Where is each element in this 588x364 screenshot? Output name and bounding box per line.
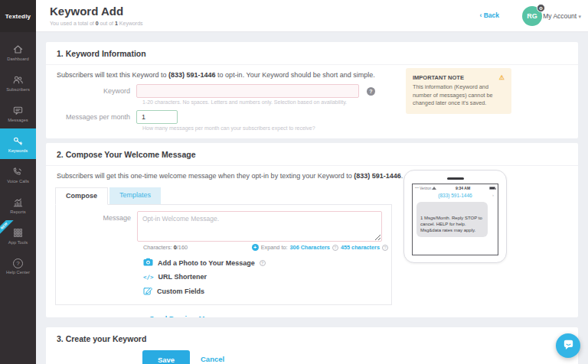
- sidebar-item-label: Help Center: [6, 270, 30, 275]
- sidebar-item-label: Subscribers: [6, 87, 30, 92]
- keyword-help-text: 1-20 characters. No spaces. Letters and …: [142, 99, 578, 105]
- help-icon[interactable]: ?: [260, 260, 266, 266]
- url-shortener-label: URL Shortener: [158, 273, 207, 281]
- message-field-row: Message: [56, 211, 391, 242]
- characters-label: Characters:: [143, 244, 174, 251]
- message-bubble: 1 Msgs/Month. Reply STOP to cancel. HELP…: [416, 202, 488, 237]
- desc-text: to opt-in. Your Keyword should be short …: [216, 71, 375, 79]
- help-icon[interactable]: ?: [332, 245, 338, 251]
- expand-306-link[interactable]: 306 Characters: [290, 244, 330, 251]
- add-photo-label: Add a Photo to Your Message: [158, 259, 255, 267]
- chat-widget-button[interactable]: [556, 333, 580, 358]
- shortcode-number: (833) 591-1446: [354, 172, 401, 180]
- keyword-input[interactable]: [136, 84, 359, 98]
- add-photo-option[interactable]: Add a Photo to Your Message ?: [143, 258, 391, 268]
- people-icon: [12, 74, 24, 86]
- my-account-label: My Account: [543, 12, 577, 20]
- save-button[interactable]: Save: [142, 350, 190, 364]
- help-icon[interactable]: ?: [382, 245, 388, 251]
- textedly-logo[interactable]: Textedly: [0, 0, 36, 32]
- keyword-information-card: 1. Keyword Information Subscribers will …: [46, 42, 578, 138]
- cancel-button[interactable]: Cancel: [201, 355, 224, 363]
- my-account-dropdown[interactable]: My Account ▾: [543, 12, 581, 20]
- message-field-label: Message: [56, 211, 137, 242]
- url-shortener-option[interactable]: </> URL Shortener: [143, 273, 391, 281]
- question-icon: ?: [13, 258, 23, 268]
- custom-fields-label: Custom Fields: [157, 288, 204, 295]
- page-title: Keyword Add: [50, 5, 123, 18]
- usage-text: out of: [99, 21, 115, 26]
- character-counter: Characters: 0/160: [143, 244, 188, 251]
- avatar[interactable]: RG ⚙: [522, 6, 542, 26]
- help-icon[interactable]: ?: [367, 87, 375, 96]
- sidebar-item-messages[interactable]: Messages: [0, 98, 36, 128]
- warning-icon: ⚠: [499, 74, 505, 81]
- usage-text: Keywords: [118, 21, 143, 26]
- keywords-usage-summary: You used a total of 0 out of 1 Keywords: [50, 21, 143, 26]
- desc-text: .: [401, 172, 403, 180]
- custom-fields-option[interactable]: Custom Fields: [143, 286, 391, 297]
- sidebar-item-label: Keywords: [8, 148, 28, 153]
- sidebar-nav: Dashboard Subscribers Messages Keywords …: [0, 37, 36, 281]
- messages-per-month-help-text: How many messages per month can your sub…: [142, 125, 578, 131]
- important-note: IMPORTANT NOTE ⚠ This information (Keywo…: [406, 68, 511, 114]
- sidebar-item-label: Messages: [8, 118, 28, 122]
- usage-text: You used a total of: [50, 21, 96, 26]
- home-icon: [12, 44, 24, 55]
- plus-icon[interactable]: +: [252, 244, 259, 251]
- welcome-message-card: 2. Compose Your Welcome Message Subscrib…: [46, 143, 578, 317]
- keyword-field-label: Keyword: [46, 87, 136, 95]
- section-heading: 3. Create your Keyword: [46, 327, 578, 349]
- sidebar-item-subscribers[interactable]: Subscribers: [0, 67, 36, 98]
- sidebar-item-help-center[interactable]: ? Help Center: [0, 251, 36, 281]
- important-note-title: IMPORTANT NOTE: [413, 74, 464, 81]
- gear-icon: ⚙: [537, 4, 545, 12]
- sidebar-item-label: Reports: [10, 210, 25, 214]
- desc-text: Subscribers will get this one-time welco…: [57, 172, 354, 180]
- messages-per-month-label: Messages per month: [46, 113, 136, 121]
- sidebar-item-label: Dashboard: [7, 57, 28, 61]
- chat-bubble-icon: [562, 338, 575, 354]
- section-heading: 1. Keyword Information: [46, 42, 578, 65]
- important-note-header: IMPORTANT NOTE ⚠: [413, 74, 505, 81]
- keyword-add-page: { "colors": { "accent": "#27b3db", "save…: [0, 0, 588, 364]
- important-note-body: This information (Keyword and number of …: [413, 83, 505, 108]
- camera-icon: [143, 258, 153, 268]
- create-keyword-card: 3. Create your Keyword Save Cancel: [46, 327, 578, 364]
- sidebar-item-reports[interactable]: Reports: [0, 190, 36, 220]
- section-heading: 2. Compose Your Welcome Message: [46, 143, 578, 166]
- expand-label: Expand to:: [261, 244, 288, 251]
- compose-panel: Message Characters: 0/160 + Expand to: 3…: [55, 204, 392, 305]
- back-label: Back: [484, 11, 499, 19]
- sidebar-item-label: Voice Calls: [7, 179, 29, 184]
- chevron-down-icon: ▾: [578, 14, 581, 19]
- send-preview-message-button[interactable]: Send Preview Message: [149, 314, 230, 317]
- sidebar-item-voice-calls[interactable]: Voice Calls: [0, 159, 36, 190]
- phone-speaker: [447, 177, 464, 180]
- compose-tabs: Compose Templates: [55, 187, 578, 204]
- tab-templates[interactable]: Templates: [109, 187, 161, 204]
- characters-limit: /160: [177, 244, 188, 251]
- message-options: Add a Photo to Your Message ? </> URL Sh…: [143, 258, 391, 297]
- shortcode-number: (833) 591-1446: [168, 71, 216, 79]
- sidebar: Textedly Dashboard Subscribers Messages …: [0, 0, 36, 364]
- character-counter-row: Characters: 0/160 + Expand to: 306 Chara…: [143, 244, 388, 251]
- sidebar-item-label: App Tools: [8, 240, 28, 245]
- chevron-left-icon: ‹: [479, 11, 482, 19]
- messages-per-month-input[interactable]: [136, 110, 178, 124]
- expand-options: + Expand to: 306 Characters ? 455 charac…: [252, 244, 388, 251]
- edit-icon: [143, 286, 152, 297]
- sidebar-item-app-tools[interactable]: NEW App Tools: [0, 220, 36, 251]
- expand-455-link[interactable]: 455 characters: [341, 244, 380, 251]
- back-button[interactable]: ‹ Back: [479, 11, 499, 19]
- page-header: Keyword Add You used a total of 0 out of…: [36, 0, 588, 32]
- tab-compose[interactable]: Compose: [55, 187, 108, 205]
- grid-icon: [12, 227, 24, 239]
- message-textarea[interactable]: [137, 211, 382, 242]
- sidebar-item-keywords[interactable]: Keywords: [0, 128, 36, 159]
- phone-preview: ••• Verizon 9:34 AM (833) 591-1446 › 1 M…: [403, 170, 507, 263]
- chat-icon: [12, 105, 24, 116]
- bar-chart-icon: [12, 197, 24, 208]
- avatar-initials: RG: [527, 12, 537, 20]
- sidebar-item-dashboard[interactable]: Dashboard: [0, 37, 36, 67]
